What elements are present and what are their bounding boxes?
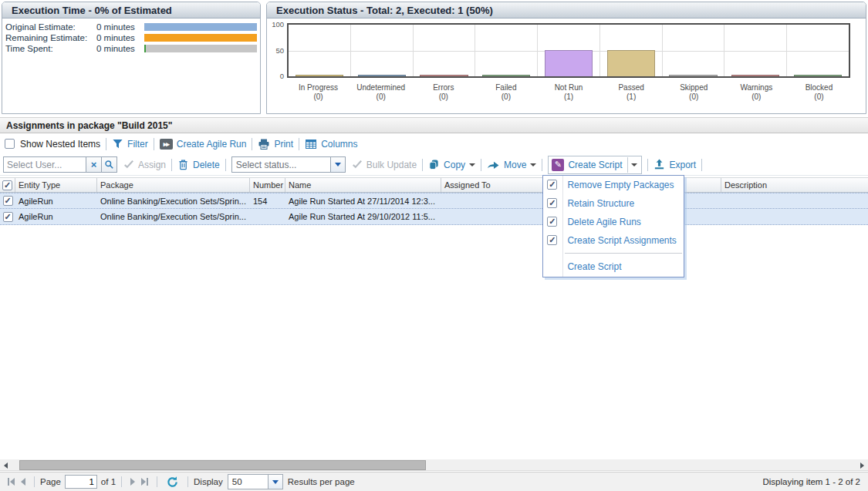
- menu-item-retain-structure[interactable]: ✓ Retain Structure: [543, 194, 684, 213]
- print-button[interactable]: Print: [258, 138, 293, 150]
- scroll-right-button[interactable]: [856, 459, 868, 471]
- separator: [187, 476, 188, 487]
- separator: [157, 476, 157, 487]
- results-per-page-dropdown[interactable]: 50: [228, 474, 283, 489]
- show-nested-checkbox[interactable]: [5, 139, 15, 149]
- displaying-items-status: Displaying item 1 - 2 of 2: [762, 477, 863, 486]
- assign-button[interactable]: Assign: [123, 160, 166, 170]
- results-per-page-value: 50: [228, 477, 268, 486]
- move-button[interactable]: Move: [487, 160, 536, 170]
- time-spent-label: Time Spent:: [5, 44, 96, 53]
- header-name[interactable]: Name: [285, 178, 441, 192]
- filter-button[interactable]: Filter: [112, 138, 148, 150]
- execution-time-title: Execution Time - 0% of Estimated: [2, 2, 260, 18]
- bar-errors: [420, 75, 468, 77]
- remove-empty-packages-checkbox[interactable]: ✓: [547, 180, 557, 190]
- select-status-dropdown[interactable]: Select status...: [231, 156, 346, 173]
- page-number-input[interactable]: [65, 475, 97, 489]
- trash-icon: [177, 159, 189, 170]
- move-menu-chevron-icon: [530, 163, 536, 166]
- bar-passed: [607, 50, 655, 76]
- remaining-estimate-value: 0 minutes: [96, 33, 144, 42]
- y-tick-0: 0: [280, 72, 284, 80]
- prev-page-button[interactable]: [21, 478, 25, 486]
- select-user-input[interactable]: [3, 156, 86, 173]
- create-agile-run-button[interactable]: ▸▸ Create Agile Run: [160, 139, 247, 150]
- cell-name: Agile Run Started At 29/10/2012 11:5...: [285, 209, 441, 224]
- search-icon: [104, 160, 114, 170]
- page-label: Page: [40, 477, 61, 486]
- row-checkbox[interactable]: ✓: [3, 212, 13, 222]
- menu-item-create-script[interactable]: Create Script: [543, 257, 684, 277]
- menu-item-remove-empty-packages[interactable]: ✓ Remove Empty Packages: [543, 176, 684, 194]
- scroll-left-icon: [4, 462, 8, 469]
- export-button[interactable]: Export: [654, 159, 696, 170]
- create-script-button[interactable]: ✎ Create Script: [548, 156, 642, 174]
- header-entity-type[interactable]: Entity Type: [15, 178, 97, 192]
- x-label-warnings: Warnings(0): [725, 83, 788, 102]
- clear-icon: ×: [91, 159, 97, 170]
- copy-button[interactable]: Copy: [428, 159, 475, 170]
- pagination-bar: Page of 1 Display 50 Results per page Di…: [0, 472, 868, 491]
- results-per-page-label: Results per page: [288, 477, 355, 486]
- execution-status-title: Execution Status - Total: 2, Executed: 1…: [267, 2, 866, 18]
- delete-agile-runs-checkbox[interactable]: ✓: [547, 217, 557, 227]
- select-status-chevron: [330, 157, 345, 172]
- menu-separator: [565, 253, 682, 254]
- scroll-left-button[interactable]: [0, 459, 12, 471]
- chevron-down-icon: [272, 480, 279, 484]
- clear-user-button[interactable]: ×: [86, 156, 102, 173]
- scrollbar-thumb[interactable]: [19, 460, 426, 470]
- x-label-failed: Failed(0): [475, 83, 537, 102]
- header-description[interactable]: Description: [721, 178, 868, 192]
- search-user-button[interactable]: [102, 156, 117, 173]
- bar-cell-skipped: [663, 25, 725, 76]
- bulk-update-button[interactable]: Bulk Update: [352, 160, 417, 170]
- header-package[interactable]: Package: [97, 178, 250, 192]
- cell-description: [721, 193, 868, 208]
- x-label-blocked: Blocked(0): [788, 83, 850, 102]
- x-label-undetermined: Undetermined(0): [350, 83, 412, 102]
- create-script-menu: ✓ Remove Empty Packages ✓ Retain Structu…: [542, 175, 684, 277]
- menu-item-delete-agile-runs[interactable]: ✓ Delete Agile Runs: [543, 213, 684, 231]
- bar-cell-undetermined: [351, 25, 414, 76]
- header-number[interactable]: Number: [250, 178, 285, 192]
- columns-button[interactable]: Columns: [305, 138, 357, 150]
- separator: [299, 138, 299, 150]
- last-page-button[interactable]: [141, 478, 148, 486]
- first-page-icon: [8, 478, 9, 486]
- table-row[interactable]: ✓ AgileRun Online Banking/Execution Sets…: [0, 193, 868, 209]
- create-script-menu-chevron[interactable]: [627, 157, 640, 173]
- bar-warnings: [731, 75, 779, 77]
- pencil-icon: ✎: [552, 159, 564, 171]
- select-all-checkbox[interactable]: ✓: [2, 180, 12, 190]
- execution-time-rows: Original Estimate: 0 minutes Remaining E…: [2, 18, 260, 54]
- cell-description: [721, 209, 868, 224]
- create-script-assignments-checkbox[interactable]: ✓: [547, 235, 557, 245]
- retain-structure-checkbox[interactable]: ✓: [547, 198, 557, 208]
- table-row[interactable]: ✓ AgileRun Online Banking/Execution Sets…: [0, 209, 868, 225]
- first-page-button[interactable]: [8, 478, 15, 486]
- last-page-icon: [141, 478, 146, 486]
- menu-item-create-script-assignments[interactable]: ✓ Create Script Assignments: [543, 231, 684, 250]
- separator: [154, 138, 154, 150]
- original-estimate-bar: [144, 23, 257, 31]
- refresh-button[interactable]: [166, 476, 179, 489]
- time-spent-row: Time Spent: 0 minutes: [5, 43, 258, 54]
- bar-failed: [482, 75, 530, 77]
- copy-menu-chevron-icon: [469, 163, 475, 166]
- separator: [647, 159, 648, 171]
- delete-button[interactable]: Delete: [177, 159, 220, 170]
- separator: [481, 159, 481, 171]
- execution-status-panel: Execution Status - Total: 2, Executed: 1…: [266, 2, 866, 114]
- original-estimate-row: Original Estimate: 0 minutes: [5, 22, 258, 32]
- bar-in-progress: [296, 75, 343, 77]
- remaining-estimate-bar: [144, 34, 257, 42]
- next-page-button[interactable]: [130, 478, 135, 486]
- row-checkbox[interactable]: ✓: [3, 196, 13, 206]
- separator: [701, 159, 702, 171]
- time-spent-marker: [144, 45, 146, 52]
- separator: [106, 138, 106, 150]
- horizontal-scrollbar[interactable]: [0, 459, 868, 471]
- separator: [225, 159, 226, 171]
